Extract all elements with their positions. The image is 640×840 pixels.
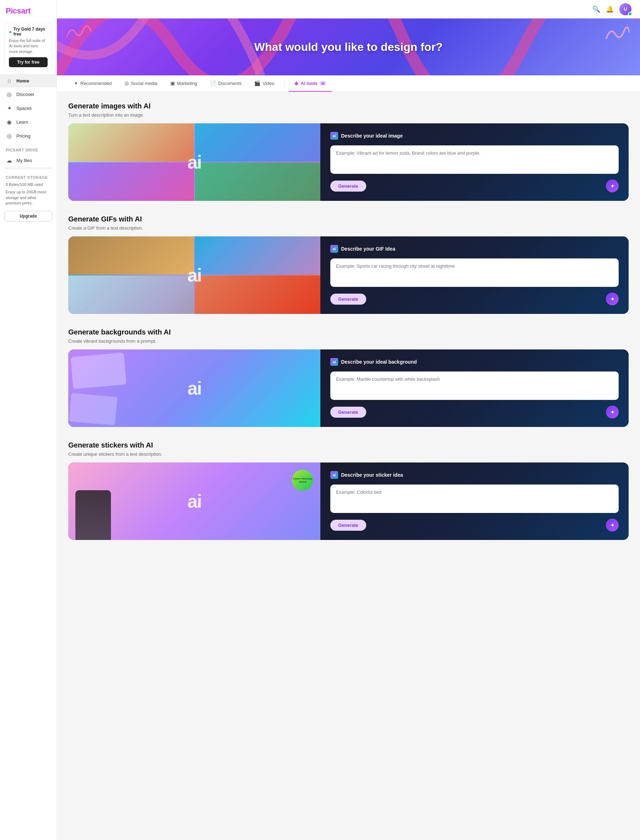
ai-card-gifs: ai ai Describe your GIF Idea Generate ✦	[68, 236, 629, 314]
main-content: What would you like to design for? ✦ Rec…	[57, 19, 640, 840]
sidebar-item-pricing[interactable]: ◎ Pricing	[0, 129, 56, 143]
preview-image-bg: ai	[68, 123, 320, 201]
ai-card-label-gifs: ai Describe your GIF Idea	[330, 245, 619, 253]
bg-shoe-bottom	[69, 393, 117, 425]
tab-marketing[interactable]: ▣ Marketing	[165, 75, 203, 92]
collage-cell-1	[68, 123, 194, 162]
sidebar-item-my-files[interactable]: ☁ My files	[0, 153, 56, 168]
sidebar-item-learn[interactable]: ◉ Learn	[0, 115, 56, 129]
preview-ai-watermark-images: ai	[187, 152, 201, 173]
section-desc-images: Turn a text description into an image.	[68, 112, 629, 118]
ai-card-label-stickers: ai Describe your sticker idea	[330, 471, 619, 479]
home-icon: ⌂	[6, 78, 13, 84]
avatar-badge	[628, 12, 632, 16]
section-desc-stickers: Create unique stickers from a text descr…	[68, 452, 629, 457]
gif-description-input[interactable]	[330, 259, 619, 287]
sidebar-item-discover[interactable]: ◎ Discover	[0, 88, 56, 101]
preview-ai-watermark-backgrounds: ai	[187, 377, 201, 399]
section-title-backgrounds: Generate backgrounds with AI	[68, 328, 629, 336]
cloud-icon: ☁	[6, 157, 13, 164]
search-icon[interactable]: 🔍	[592, 5, 600, 13]
section-desc-gifs: Create a GIF from a text description.	[68, 225, 629, 231]
gif-collage-cell-2	[195, 236, 321, 275]
bg-shoe-top	[70, 353, 126, 389]
tab-ai-tools[interactable]: ◈ AI tools ai	[289, 75, 332, 92]
section-desc-backgrounds: Create vibrant backgrounds from a prompt…	[68, 339, 629, 344]
sidebar: Picsart ● Try Gold 7 days free Enjoy the…	[0, 0, 57, 840]
ai-card-label-backgrounds: ai Describe your ideal background	[330, 358, 619, 366]
magic-wand-button-gifs[interactable]: ✦	[606, 292, 619, 305]
documents-tab-icon: 📄	[210, 80, 216, 86]
background-description-input[interactable]	[330, 372, 619, 400]
gif-collage-cell-1	[68, 236, 194, 275]
avatar-initials: U	[624, 6, 627, 12]
gif-collage-cell-3	[68, 276, 194, 314]
hero-banner: What would you like to design for?	[57, 19, 640, 75]
upgrade-button[interactable]: Upgrade	[4, 211, 52, 222]
recommended-tab-icon: ✦	[74, 80, 78, 86]
hero-wave-left	[64, 22, 93, 43]
ai-card-preview-backgrounds: ai	[68, 350, 320, 427]
ai-card-preview-images: ai	[68, 123, 320, 201]
tab-divider	[284, 80, 285, 87]
collage-cell-3	[68, 163, 194, 201]
notification-icon[interactable]: 🔔	[606, 5, 614, 13]
generate-gif-button[interactable]: Generate	[330, 294, 366, 305]
sidebar-item-home[interactable]: ⌂ Home	[0, 74, 56, 88]
generate-sticker-button[interactable]: Generate	[330, 520, 366, 531]
section-generate-backgrounds: Generate backgrounds with AI Create vibr…	[68, 328, 629, 427]
magic-wand-button-images[interactable]: ✦	[606, 179, 619, 192]
pricing-icon: ◎	[6, 133, 13, 139]
discover-icon: ◎	[6, 91, 13, 98]
tab-video[interactable]: 🎬 Video	[248, 75, 280, 92]
gold-promo-desc: Enjoy the full suite of AI tools and ton…	[9, 38, 48, 54]
storage-bar	[0, 168, 56, 170]
ai-card-preview-gifs: ai	[68, 236, 320, 314]
magic-wand-button-backgrounds[interactable]: ✦	[606, 406, 619, 418]
gold-promo-title: ● Try Gold 7 days free	[9, 27, 48, 37]
ai-card-preview-stickers: Cyber Monday SALE ai	[68, 463, 320, 540]
ai-card-actions-stickers: Generate ✦	[330, 519, 619, 532]
ai-card-label-images: ai Describe your ideal image	[330, 132, 619, 140]
sticker-description-input[interactable]	[330, 484, 619, 513]
generate-image-button[interactable]: Generate	[330, 180, 366, 192]
try-free-button[interactable]: Try for free	[9, 57, 48, 67]
tab-social-media[interactable]: ◎ Social media	[119, 75, 163, 92]
generate-background-button[interactable]: Generate	[330, 407, 366, 418]
ai-card-form-images: ai Describe your ideal image Generate ✦	[320, 123, 629, 201]
sidebar-item-spaces[interactable]: ✦ Spaces	[0, 101, 56, 115]
gold-icon: ●	[9, 29, 12, 35]
section-generate-gifs: Generate GIFs with AI Create a GIF from …	[68, 215, 629, 314]
tab-bar: ✦ Recommended ◎ Social media ▣ Marketing…	[57, 75, 640, 92]
avatar[interactable]: U	[619, 3, 632, 15]
spaces-icon: ✦	[6, 105, 13, 112]
ai-card-stickers: Cyber Monday SALE ai ai Describe your st…	[68, 463, 629, 540]
ai-card-actions-backgrounds: Generate ✦	[330, 406, 619, 418]
learn-icon: ◉	[6, 119, 13, 126]
ai-badge: ai	[320, 81, 326, 86]
image-description-input[interactable]	[330, 145, 619, 174]
social-media-tab-icon: ◎	[125, 80, 129, 86]
marketing-tab-icon: ▣	[170, 80, 175, 86]
collage-cell-4	[195, 163, 321, 201]
ai-logo-images: ai	[330, 132, 338, 140]
ai-card-actions-images: Generate ✦	[330, 179, 619, 192]
section-title-gifs: Generate GIFs with AI	[68, 215, 629, 223]
sticker-person-figure	[75, 490, 111, 540]
tab-documents[interactable]: 📄 Documents	[205, 75, 248, 92]
storage-section-label: Current Storage	[0, 170, 56, 181]
video-tab-icon: 🎬	[254, 80, 260, 86]
tab-recommended[interactable]: ✦ Recommended	[68, 75, 117, 92]
hero-wave-right	[605, 20, 629, 45]
storage-promo-text: Enjoy up to 20GB more storage and other …	[0, 188, 56, 209]
ai-tools-tab-icon: ◈	[294, 80, 298, 86]
ai-card-form-gifs: ai Describe your GIF Idea Generate ✦	[320, 236, 629, 314]
gif-collage-cell-4	[195, 276, 321, 314]
storage-used-label: 0 Bytes/100 MB used	[0, 181, 56, 188]
ai-logo-gifs: ai	[330, 245, 338, 253]
magic-wand-button-stickers[interactable]: ✦	[606, 519, 619, 532]
ai-card-actions-gifs: Generate ✦	[330, 292, 619, 305]
hero-title: What would you like to design for?	[254, 40, 443, 54]
app-logo: Picsart	[0, 0, 56, 20]
preview-ai-watermark-gifs: ai	[187, 265, 201, 286]
